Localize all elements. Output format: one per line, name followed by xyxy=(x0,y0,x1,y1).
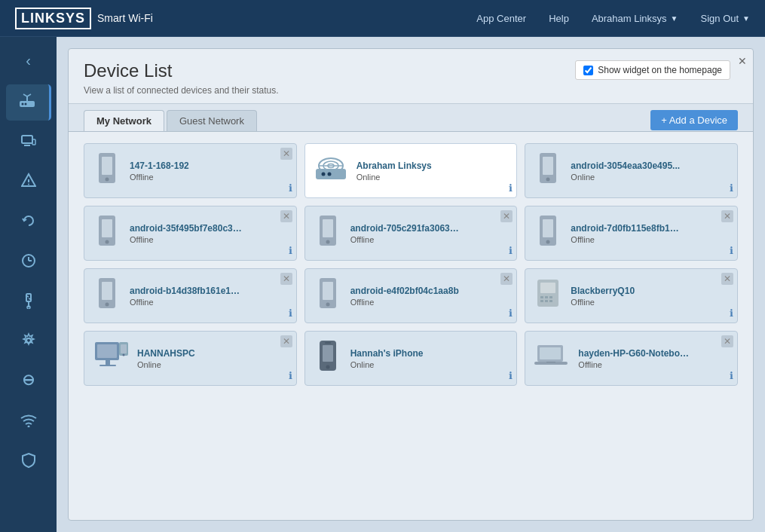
device-status: Offline xyxy=(130,173,289,182)
info-icon[interactable]: ℹ xyxy=(289,245,292,256)
device-card[interactable]: ✕ hayden-HP-G60-Noteboo... Offline ℹ xyxy=(525,331,738,386)
info-icon[interactable]: ℹ xyxy=(730,370,733,381)
svg-rect-7 xyxy=(24,145,30,146)
device-card[interactable]: ✕ HANNAHSPC Online ℹ xyxy=(84,331,297,386)
brand-area: LINKSYS Smart Wi-Fi xyxy=(15,8,476,29)
device-card-close-button[interactable]: ✕ xyxy=(500,210,513,222)
info-icon[interactable]: ℹ xyxy=(509,370,513,381)
device-card-close-button[interactable]: ✕ xyxy=(721,273,733,285)
user-menu[interactable]: Abraham Linksys ▼ xyxy=(592,13,678,24)
svg-rect-6 xyxy=(22,136,32,143)
device-info: android-705c291fa30636a0 Offline xyxy=(350,223,509,244)
info-icon[interactable]: ℹ xyxy=(289,370,292,381)
device-card[interactable]: Abraham Linksys Online ℹ xyxy=(304,143,518,198)
tab-my-network[interactable]: My Network xyxy=(84,110,164,131)
sign-out-menu[interactable]: Sign Out ▼ xyxy=(701,13,751,24)
security-icon xyxy=(21,452,36,472)
sidebar-item-security[interactable] xyxy=(6,444,51,480)
device-card-close-button[interactable]: ✕ xyxy=(721,335,733,347)
info-icon[interactable]: ℹ xyxy=(730,245,733,256)
device-name: android-e4f02bf04c1aa8b xyxy=(350,286,464,296)
device-status: Offline xyxy=(350,235,509,244)
info-icon[interactable]: ℹ xyxy=(509,245,513,256)
add-device-button[interactable]: + Add a Device xyxy=(650,110,738,130)
info-icon[interactable]: ℹ xyxy=(509,182,513,194)
svg-rect-74 xyxy=(546,362,555,362)
sidebar-item-settings[interactable] xyxy=(6,324,51,360)
svg-rect-61 xyxy=(97,344,117,358)
svg-point-2 xyxy=(25,102,27,105)
svg-rect-72 xyxy=(540,347,561,359)
device-card[interactable]: ✕ android-7d0fb115e8fb173c Offline ℹ xyxy=(525,206,738,261)
svg-point-1 xyxy=(22,102,24,105)
svg-rect-58 xyxy=(545,300,548,302)
info-icon[interactable]: ℹ xyxy=(730,182,733,194)
info-icon[interactable]: ℹ xyxy=(289,307,292,319)
device-card-close-button[interactable]: ✕ xyxy=(500,273,513,285)
sidebar-item-router[interactable] xyxy=(6,84,51,121)
sidebar-item-update[interactable] xyxy=(6,204,51,240)
sign-out-label: Sign Out xyxy=(701,13,739,24)
sidebar-item-alerts[interactable] xyxy=(6,164,51,200)
info-icon[interactable]: ℹ xyxy=(509,307,513,319)
svg-point-69 xyxy=(326,365,329,369)
device-card-close-button[interactable]: ✕ xyxy=(280,335,292,347)
tab-guest-network[interactable]: Guest Network xyxy=(167,110,257,131)
navbar-links: App Center Help Abraham Linksys ▼ Sign O… xyxy=(476,13,750,24)
device-icon-laptop xyxy=(533,342,571,375)
history-icon xyxy=(21,253,36,272)
user-dropdown-arrow: ▼ xyxy=(671,14,678,23)
sidebar-item-usb[interactable] xyxy=(6,284,51,320)
device-card[interactable]: ✕ android-b14d38fb161e1099 Offline ℹ xyxy=(84,268,297,323)
device-card[interactable]: ✕ android-705c291fa30636a0 Offline ℹ xyxy=(304,206,518,261)
sidebar-item-tools[interactable] xyxy=(6,364,51,400)
svg-rect-55 xyxy=(545,296,548,298)
device-card[interactable]: ✕ android-e4f02bf04c1aa8b Offline ℹ xyxy=(304,268,518,323)
user-name: Abraham Linksys xyxy=(592,13,667,24)
svg-point-45 xyxy=(546,240,550,244)
svg-point-39 xyxy=(106,240,109,244)
info-icon[interactable]: ℹ xyxy=(289,182,292,194)
svg-rect-50 xyxy=(323,282,333,300)
device-name: BlackberryQ10 xyxy=(571,286,684,296)
wifi-icon xyxy=(20,414,37,431)
device-card-close-button[interactable]: ✕ xyxy=(721,210,733,222)
device-card[interactable]: android-3054eaa30e495... Online ℹ xyxy=(525,143,738,198)
svg-point-51 xyxy=(326,303,329,307)
device-card-close-button[interactable]: ✕ xyxy=(280,210,292,222)
svg-rect-53 xyxy=(540,283,555,293)
device-info: android-3054eaa30e495... Online xyxy=(571,161,730,182)
svg-rect-35 xyxy=(543,157,553,175)
device-card[interactable]: ✕ android-35f495bf7e80c3e6 Offline ℹ xyxy=(84,206,297,261)
tabs-row: My Network Guest Network + Add a Device xyxy=(69,104,753,132)
svg-rect-41 xyxy=(323,219,333,237)
device-name: android-7d0fb115e8fb173c xyxy=(571,223,684,234)
svg-rect-63 xyxy=(99,365,116,366)
sidebar-item-history[interactable] xyxy=(6,244,51,280)
device-info: BlackberryQ10 Offline xyxy=(571,286,730,307)
svg-rect-59 xyxy=(549,300,552,302)
device-card-close-button[interactable]: ✕ xyxy=(280,273,292,285)
svg-point-23 xyxy=(27,425,29,427)
panel-close-button[interactable]: ✕ xyxy=(738,55,747,67)
device-card[interactable]: ✕ BlackberryQ10 Offline ℹ xyxy=(525,268,738,323)
info-icon[interactable]: ℹ xyxy=(730,307,733,319)
svg-point-36 xyxy=(546,178,550,182)
device-status: Offline xyxy=(350,298,509,307)
device-card[interactable]: ✕ 147-1-168-192 Offline ℹ xyxy=(84,143,297,198)
svg-point-26 xyxy=(106,178,109,182)
sidebar-item-devices[interactable] xyxy=(6,124,51,161)
device-card-close-button[interactable]: ✕ xyxy=(280,148,292,160)
show-widget-checkbox[interactable] xyxy=(583,66,593,75)
device-info: android-e4f02bf04c1aa8b Offline xyxy=(350,286,509,307)
app-center-link[interactable]: App Center xyxy=(476,13,526,24)
show-widget-label: Show widget on the homepage xyxy=(598,65,722,75)
device-card[interactable]: Hannah's iPhone Online ℹ xyxy=(304,331,518,386)
content-area: ✕ Device List View a list of connected d… xyxy=(57,37,765,532)
svg-rect-8 xyxy=(32,139,35,145)
svg-point-48 xyxy=(106,303,109,307)
sidebar-item-wifi[interactable] xyxy=(6,404,51,440)
navbar: LINKSYS Smart Wi-Fi App Center Help Abra… xyxy=(0,0,765,37)
sidebar-back-button[interactable]: ‹ xyxy=(18,44,38,77)
help-link[interactable]: Help xyxy=(549,13,569,24)
